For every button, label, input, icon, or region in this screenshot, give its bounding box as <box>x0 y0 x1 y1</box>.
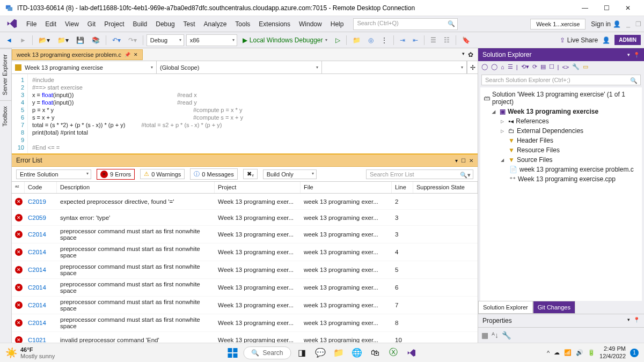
error-row[interactable]: ✕C2014preprocessor command must start as… <box>12 243 478 261</box>
menu-view[interactable]: View <box>61 18 83 30</box>
build-filter-combo[interactable]: Build Only <box>263 169 317 179</box>
start-button[interactable] <box>225 345 240 360</box>
pin-icon[interactable]: 📍 <box>633 52 640 58</box>
props-wrench-icon[interactable]: 🔧 <box>502 331 511 339</box>
tb-misc-1[interactable]: 📁 <box>350 35 363 46</box>
tb-misc-2[interactable]: ◎ <box>365 35 376 46</box>
error-row[interactable]: ✕C2059syntax error: 'type'Week 13 progra… <box>12 210 478 226</box>
properties-icon[interactable]: <> <box>562 64 569 70</box>
error-search-input[interactable]: Search Error List 🔍▾ <box>366 169 473 179</box>
nav-fwd-button[interactable]: ► <box>17 35 29 46</box>
onedrive-icon[interactable]: ☁ <box>554 349 560 356</box>
source-file-2[interactable]: ⁺⁺Week 13 programing exercise.cpp <box>484 174 639 184</box>
source-files-node[interactable]: ◢▼Source Files <box>484 155 639 165</box>
col-file[interactable]: File <box>301 182 392 193</box>
comment-icon[interactable]: ☰ <box>428 35 439 46</box>
close-button[interactable]: ✕ <box>617 1 639 16</box>
error-row[interactable]: ✕C2014preprocessor command must start as… <box>12 314 478 332</box>
uncomment-icon[interactable]: ☷ <box>441 35 452 46</box>
col-icon[interactable]: ᵃᶻ <box>12 182 25 193</box>
menu-tools[interactable]: Tools <box>231 18 254 30</box>
scope-global-combo[interactable]: (Global Scope) <box>157 61 322 73</box>
pin-icon[interactable]: 📌 <box>125 52 130 57</box>
undo-icon[interactable]: ↶▾ <box>109 35 123 46</box>
store-icon[interactable]: 🛍 <box>368 345 383 360</box>
new-project-icon[interactable]: 📂▾ <box>36 35 53 46</box>
errors-pill[interactable]: ✕ 9 Errors <box>97 169 135 180</box>
save-icon[interactable]: 💾 <box>74 35 87 46</box>
volume-icon[interactable]: 🔊 <box>576 349 583 356</box>
save-all-icon[interactable]: 📚 <box>89 35 103 46</box>
scope-project-combo[interactable]: Week 13 programing exercise <box>12 61 157 73</box>
dropdown-icon[interactable]: ▾ <box>627 52 630 57</box>
task-view-icon[interactable]: ◨ <box>295 345 310 360</box>
col-code[interactable]: Code <box>25 182 57 193</box>
outdent-icon[interactable]: ⇤ <box>410 35 421 46</box>
menu-help[interactable]: Help <box>326 18 348 30</box>
solution-chip[interactable]: Week 1...xercise <box>530 19 586 29</box>
references-node[interactable]: ▷▪◂References <box>484 116 639 126</box>
minimize-button[interactable]: — <box>574 1 596 16</box>
weather-widget[interactable]: ☀️ 46°F Mostly sunny <box>5 346 55 359</box>
wifi-icon[interactable]: 📶 <box>564 349 572 356</box>
error-row[interactable]: ✕C2019expected preprocessor directive, f… <box>12 194 478 210</box>
refresh-icon[interactable]: ⟳ <box>532 63 537 70</box>
explorer-icon[interactable]: 📁 <box>331 345 346 360</box>
bookmark-icon[interactable]: 🔖 <box>459 35 473 46</box>
categorize-icon[interactable]: ▦ <box>481 331 488 339</box>
menu-analyze[interactable]: Analyze <box>200 18 231 30</box>
signin-button[interactable]: Sign in 👤 <box>591 20 621 28</box>
preview-icon[interactable]: ▭ <box>583 63 588 70</box>
col-suppression[interactable]: Suppression State <box>413 182 478 193</box>
switch-view-icon[interactable]: ☰ <box>508 63 513 70</box>
server-explorer-tab[interactable]: Server Explorer <box>0 48 11 100</box>
menu-edit[interactable]: Edit <box>41 18 61 30</box>
error-row[interactable]: ✕C2014preprocessor command must start as… <box>12 279 478 297</box>
config-combo[interactable]: Debug <box>147 34 184 46</box>
dropdown-icon[interactable]: ▾ <box>455 158 458 164</box>
menu-debug[interactable]: Debug <box>151 18 179 30</box>
col-line[interactable]: Line <box>392 182 413 193</box>
error-row[interactable]: ✕C1021invalid preprocessor command 'End'… <box>12 332 478 343</box>
menu-build[interactable]: Build <box>129 18 152 30</box>
show-all-icon[interactable]: ☐ <box>549 63 554 70</box>
chat-icon[interactable]: 💬 <box>313 345 328 360</box>
header-files-node[interactable]: ▼Header Files <box>484 136 639 145</box>
tab-solution-explorer[interactable]: Solution Explorer <box>478 301 533 314</box>
platform-combo[interactable]: x86 <box>186 34 237 46</box>
open-icon[interactable]: 📁▾ <box>55 35 71 46</box>
taskbar-search[interactable]: 🔍 Search <box>243 346 291 359</box>
dropdown-icon[interactable]: ▾ <box>627 317 630 324</box>
start-debug-button[interactable]: ▶ Local Windows Debugger ▾ <box>239 35 331 45</box>
collapse-icon[interactable]: ▤ <box>540 63 546 70</box>
toolbox-tab[interactable]: Toolbox <box>0 100 11 132</box>
home-icon[interactable]: ⌂ <box>501 64 504 70</box>
clock[interactable]: 2:49 PM 12/4/2022 <box>599 345 626 359</box>
col-desc[interactable]: Description <box>57 182 215 193</box>
project-node[interactable]: ◢▣Week 13 programing exercise <box>484 107 639 116</box>
feedback-icon[interactable]: 👤 <box>602 36 610 44</box>
menu-project[interactable]: Project <box>100 18 128 30</box>
menu-window[interactable]: Window <box>295 18 326 30</box>
wrench-icon[interactable]: 🔧 <box>572 63 580 70</box>
sort-icon[interactable]: ᴬ↓ <box>492 331 499 339</box>
solution-search-input[interactable]: Search Solution Explorer (Ctrl+;) 🔍 <box>481 75 641 85</box>
scope-member-combo[interactable] <box>322 61 467 73</box>
error-row[interactable]: ✕C2014preprocessor command must start as… <box>12 297 478 314</box>
maximize-panel-icon[interactable]: ☐ <box>461 158 466 164</box>
chevron-up-icon[interactable]: ^ <box>547 350 550 356</box>
resource-files-node[interactable]: ▼Resource Files <box>484 145 639 155</box>
code-editor[interactable]: 12345678910 ⊘ #include#==> start exercis… <box>12 74 478 154</box>
tab-dropdown-icon[interactable]: ▾ <box>462 51 465 58</box>
menu-test[interactable]: Test <box>179 18 200 30</box>
xbox-icon[interactable]: ⓧ <box>386 345 401 360</box>
battery-icon[interactable]: 🔋 <box>588 349 595 356</box>
solution-node[interactable]: 🗃Solution 'Week 13 programing exercise' … <box>484 90 639 107</box>
clear-filter-button[interactable]: ✖ᵧ <box>243 169 258 179</box>
window-restore-icon[interactable]: ❐ <box>635 20 641 28</box>
source-file-1[interactable]: 📄week 13 programing exercise problem.c <box>484 165 639 174</box>
tb-misc-3[interactable]: ⋮ <box>378 35 390 46</box>
fwd-icon[interactable]: ◯ <box>491 63 497 70</box>
sync-icon[interactable]: ⟲▾ <box>521 63 529 70</box>
error-row[interactable]: ✕C2014preprocessor command must start as… <box>12 261 478 279</box>
